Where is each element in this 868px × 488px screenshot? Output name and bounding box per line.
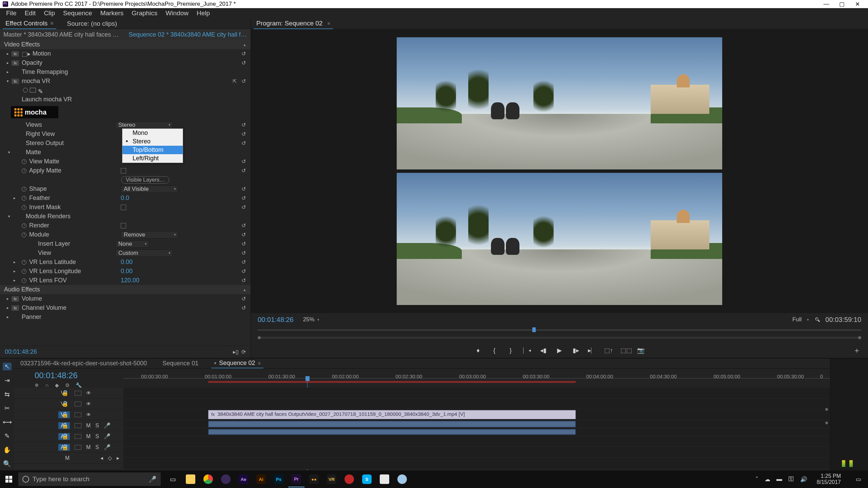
timeline-tab-0[interactable]: 032371596-4k-red-epic-deer-sunset-shot-5… [18,359,150,368]
ripple-edit-tool[interactable]: ⇆ [3,390,12,398]
step-back-button[interactable]: ◂▮ [539,347,547,354]
menu-window[interactable]: Window [162,9,192,18]
reset-icon[interactable]: ↺ [241,140,246,146]
play-button[interactable]: ▶ [555,347,564,354]
fx-volume-row[interactable]: ▸ fx Volume ↺ [0,294,251,303]
twist-icon[interactable]: ▾ [7,79,12,83]
task-view-button[interactable]: ▭ [165,471,181,487]
lane-a2[interactable] [123,436,830,447]
program-zoombar[interactable] [258,335,861,341]
stopwatch-icon[interactable] [22,168,26,173]
mute-button[interactable]: M [86,423,91,429]
rect-mask-icon[interactable] [30,88,36,93]
taskbar-illustrator[interactable]: Ai [253,471,269,487]
scroll-dot[interactable] [825,422,828,424]
track-select-tool[interactable]: ⇥ [3,377,12,384]
ec-master-clip[interactable]: Master * 3840x3840 AME city hall faces O… [0,31,125,38]
wrench-icon[interactable] [814,317,821,323]
mocha-logo-button[interactable]: mocha [0,104,251,120]
render-checkbox[interactable] [121,223,126,228]
track-head-a2[interactable]: 🔒A2MS🎤 [14,431,123,442]
add-keyframe-icon[interactable]: ◇ [108,455,112,461]
track-head-a3[interactable]: 🔒A3MS🎤 [14,442,123,453]
add-marker-button[interactable]: ♦ [474,347,482,354]
twist-icon[interactable]: ▸ [14,260,18,264]
tab-effect-controls[interactable]: Effect Controls ≡ [3,18,56,29]
twist-icon[interactable]: ▸ [7,315,12,319]
menu-clip[interactable]: Clip [40,9,58,18]
mark-out-button[interactable]: } [507,347,515,354]
twist-icon[interactable]: ▾ [8,214,13,219]
fx-mocha-row[interactable]: ▾ fx mocha VR ⇱ ↺ [0,77,251,86]
views-option-stereo[interactable]: Stereo [122,137,183,146]
views-option-mono[interactable]: Mono [122,129,183,137]
fx-toggle[interactable]: fx [12,60,19,66]
chevron-down-icon[interactable]: ▾ [807,318,809,322]
reset-icon[interactable]: ↺ [241,250,246,256]
timeline-tab-2[interactable]: × Sequence 02 ≡ [211,359,263,368]
views-option-topbottom[interactable]: Top/Bottom [122,146,183,154]
panel-menu-icon[interactable]: ≡ [327,21,330,26]
taskbar-search[interactable]: Type here to search 🎤 [18,472,161,486]
visible-layers-button[interactable]: Visible Layers… [121,176,169,184]
track-head-v2[interactable]: 🔒V2👁 [14,399,123,409]
program-scrubber[interactable] [258,326,861,334]
tab-program[interactable]: Program: Sequence 02 ≡ [254,18,333,29]
tray-onedrive-icon[interactable]: ☁ [765,476,770,483]
step-forward-button[interactable]: ▮▸ [572,347,580,354]
lon-value[interactable]: 0.00 [121,268,133,275]
action-center-button[interactable]: ▭ [850,471,867,487]
mute-button[interactable]: M [86,444,91,450]
module-renders-row[interactable]: ▾ Module Renders [0,212,251,221]
insert-layer-dropdown[interactable]: None [115,240,149,248]
view-dropdown[interactable]: Custom [115,249,173,257]
voice-over-icon[interactable]: 🎤 [104,433,111,440]
reset-icon[interactable]: ↺ [241,131,246,137]
sync-lock-icon[interactable] [75,402,81,406]
selection-tool[interactable]: ↖ [3,363,12,370]
pen-mask-icon[interactable]: ✎ [38,88,43,93]
lane-a3[interactable] [123,447,830,458]
panel-menu-icon[interactable]: ≡ [258,361,260,366]
views-option-leftright[interactable]: Left/Right [122,154,183,163]
tray-network-icon[interactable]: ⚿ [788,476,794,483]
stopwatch-icon[interactable] [22,269,26,274]
views-dropdown[interactable]: Stereo [115,121,173,129]
voice-over-icon[interactable]: 🎤 [104,444,111,450]
reset-icon[interactable]: ↺ [241,60,246,66]
reset-icon[interactable]: ↺ [241,122,246,128]
sync-lock-icon[interactable] [75,445,81,450]
stopwatch-icon[interactable] [22,278,26,283]
reset-icon[interactable]: ↺ [241,204,246,210]
solo-button[interactable]: S [95,433,99,440]
stopwatch-icon[interactable] [22,205,26,210]
stopwatch-icon[interactable] [22,232,26,237]
tab-source[interactable]: Source: (no clips) [64,19,120,29]
chevron-down-icon[interactable]: ▾ [317,318,319,322]
track-head-master[interactable]: M ◂ ◇ ▸ [14,453,123,464]
toggle-track-output[interactable]: 👁 [86,390,91,396]
fx-time-row[interactable]: ▸ Time Remapping [0,67,251,77]
taskbar-chrome[interactable] [200,471,216,487]
timeline-timecode[interactable]: 00:01:48:26 [35,371,119,380]
track-body[interactable]: fx 3840x3840 AME city hall faces OutputV… [123,388,830,469]
timeline-tab-1[interactable]: Sequence 01 [160,359,201,368]
reset-icon[interactable]: ↺ [241,268,246,274]
reset-icon[interactable]: ↺ [241,167,246,174]
program-zoom[interactable]: 25% [303,316,315,323]
reset-icon[interactable]: ↺ [241,222,246,229]
stopwatch-icon[interactable] [22,260,26,265]
taskbar-explorer[interactable] [182,471,199,487]
hand-tool[interactable]: ✋ [3,446,12,454]
taskbar-skype[interactable]: S [359,471,375,487]
track-head-v1[interactable]: 🔒V1👁 [14,409,123,420]
zoom-handle-left[interactable] [258,336,261,339]
sync-lock-icon[interactable] [75,412,81,417]
reset-icon[interactable]: ↺ [241,78,246,84]
video-effects-header[interactable]: Video Effects ▲ [0,40,251,49]
maximize-button[interactable]: ▢ [834,0,850,8]
start-button[interactable] [0,476,18,483]
zoom-handle-right[interactable] [858,336,861,339]
lane-v2[interactable] [123,399,830,409]
twist-icon[interactable]: ▸ [7,52,12,56]
